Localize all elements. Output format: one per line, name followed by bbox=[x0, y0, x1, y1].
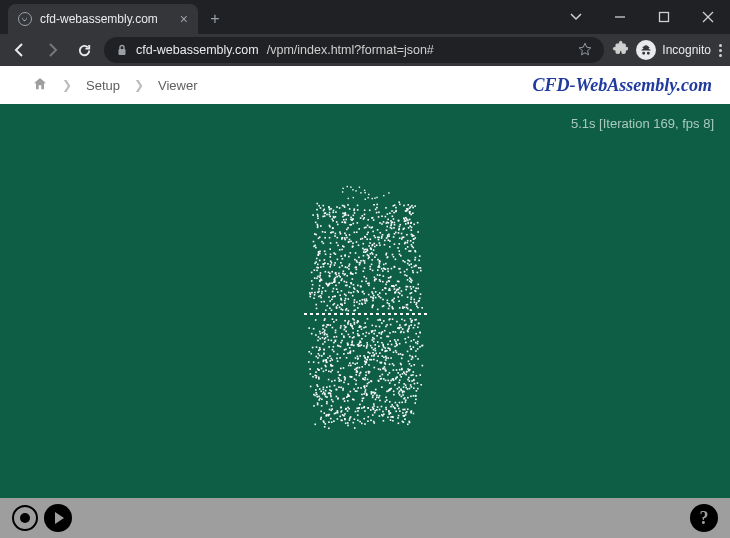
incognito-label: Incognito bbox=[662, 43, 711, 57]
help-icon: ? bbox=[700, 508, 709, 529]
window-controls bbox=[554, 0, 730, 34]
close-window-button[interactable] bbox=[686, 0, 730, 34]
browser-toolbar: cfd-webassembly.com/vpm/index.html?forma… bbox=[0, 34, 730, 66]
svg-rect-1 bbox=[660, 13, 669, 22]
extensions-icon[interactable] bbox=[612, 40, 628, 60]
particle-canvas bbox=[0, 104, 730, 498]
back-button[interactable] bbox=[8, 38, 32, 62]
browser-tab[interactable]: cfd-webassembly.com × bbox=[8, 4, 198, 34]
breadcrumb-setup[interactable]: Setup bbox=[86, 78, 120, 93]
page-header: ❯ Setup ❯ Viewer CFD-WebAssembly.com bbox=[0, 66, 730, 104]
help-button[interactable]: ? bbox=[690, 504, 718, 532]
reload-button[interactable] bbox=[72, 38, 96, 62]
new-tab-button[interactable]: + bbox=[202, 6, 228, 32]
tab-title: cfd-webassembly.com bbox=[40, 12, 158, 26]
browser-titlebar: cfd-webassembly.com × + bbox=[0, 0, 730, 34]
lock-icon bbox=[116, 44, 128, 56]
star-icon[interactable] bbox=[578, 42, 592, 59]
forward-button[interactable] bbox=[40, 38, 64, 62]
close-icon[interactable]: × bbox=[180, 12, 188, 26]
maximize-button[interactable] bbox=[642, 0, 686, 34]
address-bar[interactable]: cfd-webassembly.com/vpm/index.html?forma… bbox=[104, 37, 604, 63]
breadcrumb: ❯ Setup ❯ Viewer bbox=[32, 76, 198, 95]
menu-button[interactable] bbox=[719, 44, 722, 57]
record-button[interactable] bbox=[12, 505, 38, 531]
footer-toolbar: ? bbox=[0, 498, 730, 538]
url-path: /vpm/index.html?format=json# bbox=[267, 43, 434, 57]
chevron-right-icon: ❯ bbox=[134, 78, 144, 92]
chevron-down-icon[interactable] bbox=[554, 0, 598, 34]
simulation-viewport[interactable]: 5.1s [Iteration 169, fps 8] bbox=[0, 104, 730, 498]
play-icon bbox=[55, 512, 64, 524]
minimize-button[interactable] bbox=[598, 0, 642, 34]
url-host: cfd-webassembly.com bbox=[136, 43, 259, 57]
breadcrumb-viewer[interactable]: Viewer bbox=[158, 78, 198, 93]
home-icon[interactable] bbox=[32, 76, 48, 95]
brand-logo[interactable]: CFD-WebAssembly.com bbox=[533, 75, 712, 96]
play-button[interactable] bbox=[44, 504, 72, 532]
svg-rect-4 bbox=[119, 49, 126, 55]
globe-icon bbox=[18, 12, 32, 26]
incognito-indicator[interactable]: Incognito bbox=[636, 40, 711, 60]
record-icon bbox=[20, 513, 30, 523]
incognito-icon bbox=[636, 40, 656, 60]
chevron-right-icon: ❯ bbox=[62, 78, 72, 92]
